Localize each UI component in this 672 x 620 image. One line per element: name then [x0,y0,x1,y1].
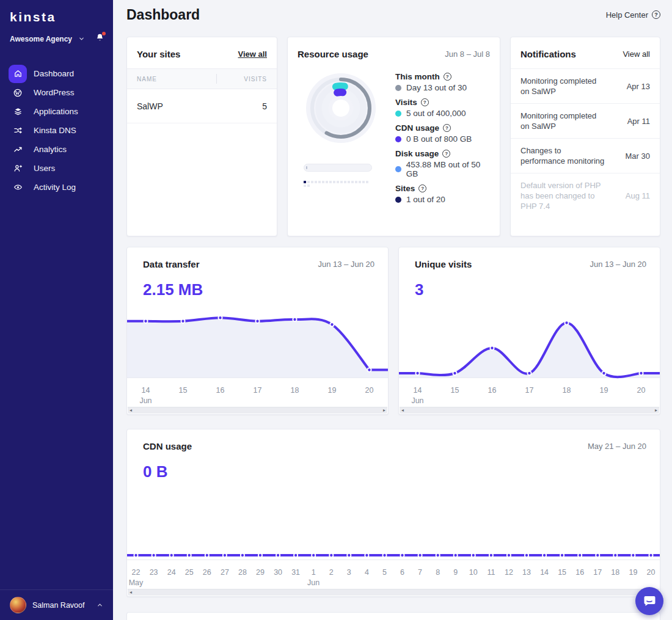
sidebar-item-kinsta-dns[interactable]: Kinsta DNS [0,121,113,140]
card-title: Resource usage [298,49,368,59]
svg-text:17: 17 [593,568,602,577]
sidebar-item-users[interactable]: Users [0,159,113,178]
kinsta-logo: Kinsta [0,0,113,24]
sidebar-item-activity-log[interactable]: Activity Log [0,178,113,197]
sidebar-item-wordpress[interactable]: WordPress [0,83,113,102]
list-item[interactable]: Default version of PHP has been changed … [511,173,660,218]
chat-icon [642,594,657,608]
legend-value: 1 out of 20 [406,195,445,204]
navy-dot [395,197,401,203]
site-square [307,184,310,187]
purple-dot [395,136,401,142]
scroll-left-icon[interactable]: ◂ [130,408,132,413]
your-sites-card: Your sites View all Name Visits SalWP 5 [126,37,277,236]
card-title: Notifications [520,49,576,59]
site-square [326,181,328,183]
sidebar-nav: Dashboard WordPress Applications Kinsta … [0,64,113,197]
scroll-right-icon[interactable]: ▸ [655,408,657,413]
sidebar-item-label: Applications [34,107,78,116]
sidebar-item-dashboard[interactable]: Dashboard [0,64,113,83]
svg-text:30: 30 [274,568,282,577]
scroll-left-icon[interactable]: ◂ [401,408,404,413]
sidebar-item-label: Activity Log [34,183,76,192]
sidebar-item-label: WordPress [34,88,75,97]
sidebar-item-label: Analytics [34,145,67,154]
question-circle-icon[interactable]: ? [418,184,426,192]
notification-text: Default version of PHP has been changed … [520,180,605,211]
legend-sites: Sites? 1 out of 20 [395,184,491,204]
chart-scrollbar[interactable]: ◂▸ [400,407,659,414]
notification-text: Changes to performance monitoring [520,145,605,166]
view-all-sites-link[interactable]: View all [238,49,267,59]
svg-text:9: 9 [453,568,458,577]
svg-text:16: 16 [488,386,497,395]
question-circle-icon[interactable]: ? [444,73,451,81]
svg-text:13: 13 [522,568,531,577]
help-center-link[interactable]: Help Center ? [606,10,660,20]
chart-scrollbar[interactable]: ◂▸ [128,589,659,596]
card-title: Unique visits [415,259,472,269]
view-all-notifications-link[interactable]: View all [623,49,650,59]
sidebar-item-analytics[interactable]: Analytics [0,140,113,159]
svg-text:19: 19 [328,386,337,395]
question-circle-icon[interactable]: ? [421,98,429,106]
svg-text:27: 27 [221,568,229,577]
notifications-bell-icon[interactable] [95,33,104,45]
legend-label: CDN usage [395,123,439,133]
svg-text:29: 29 [256,568,265,577]
svg-text:19: 19 [629,568,637,577]
date-range: Jun 13 – Jun 20 [318,260,374,269]
svg-text:31: 31 [291,568,300,577]
chevron-down-icon[interactable] [78,34,85,45]
svg-text:4: 4 [365,568,369,577]
agency-switcher[interactable]: Awesome Agency [0,24,113,45]
svg-text:6: 6 [400,568,404,577]
date-range: Jun 13 – Jun 20 [590,260,646,269]
chat-launcher-button[interactable] [635,587,663,615]
svg-text:18: 18 [611,568,619,577]
site-square [337,181,339,183]
column-name: Name [127,76,216,82]
unique-visits-card: Unique visits Jun 13 – Jun 20 3 14151617… [398,247,660,415]
help-center-label: Help Center [606,10,648,20]
scroll-right-icon[interactable]: ▸ [383,408,385,413]
list-item[interactable]: Monitoring completed on SalWP Apr 13 [511,68,660,103]
svg-text:2: 2 [329,568,334,577]
svg-text:18: 18 [563,386,571,395]
user-menu[interactable]: Salman Ravoof [0,589,113,620]
teal-dot [395,111,401,117]
agency-name: Awesome Agency [10,35,72,43]
list-item[interactable]: Changes to performance monitoring Mar 30 [511,138,660,173]
notification-date: Apr 13 [627,82,650,91]
legend-this-month: This month? Day 13 out of 30 [395,72,491,92]
site-square [304,181,306,183]
cdn-usage-card: CDN usage May 21 – Jun 20 0 B 2223242526… [126,429,660,597]
date-range: Jun 8 – Jul 8 [445,49,490,59]
sidebar-item-applications[interactable]: Applications [0,102,113,121]
user-plus-icon [9,159,27,178]
unique-visits-chart: 14151617181920Jun [399,307,660,407]
topbar: Dashboard Help Center ? [126,0,660,29]
svg-text:11: 11 [487,568,495,577]
list-item[interactable]: Monitoring completed on SalWP Apr 11 [511,103,660,138]
notification-date: Aug 11 [626,191,650,200]
notification-text: Monitoring completed on SalWP [520,76,605,97]
legend-label: Sites [395,184,415,193]
question-circle-icon[interactable]: ? [442,150,450,158]
svg-text:16: 16 [216,386,225,395]
question-circle-icon: ? [652,10,660,19]
chart-scrollbar[interactable]: ◂▸ [128,407,387,414]
scroll-left-icon[interactable]: ◂ [130,590,132,595]
home-icon [9,65,27,83]
column-visits: Visits [217,76,277,82]
svg-text:24: 24 [167,568,176,577]
site-visits: 5 [262,101,277,111]
table-row[interactable]: SalWP 5 [127,89,277,123]
card-title: Your sites [137,49,180,59]
site-square [362,181,365,183]
question-circle-icon[interactable]: ? [443,124,451,132]
svg-text:19: 19 [600,386,608,395]
sidebar: Kinsta Awesome Agency Dashboard [0,0,113,620]
next-card-partial [126,612,660,620]
route-icon [9,122,27,140]
